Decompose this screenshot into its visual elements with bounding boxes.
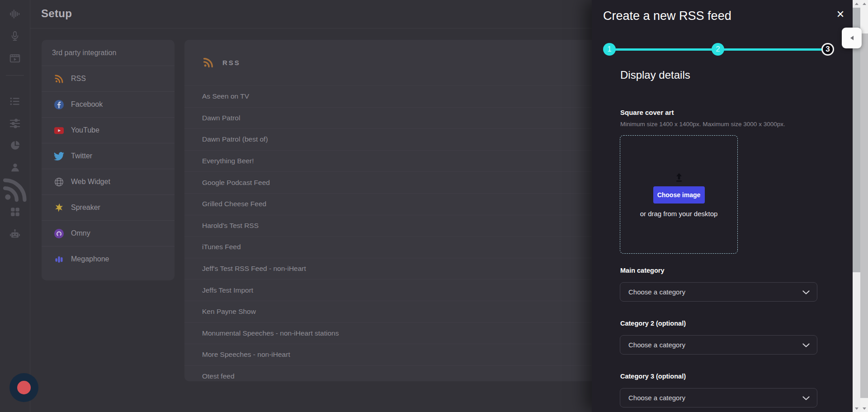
sliders-icon: [9, 118, 21, 129]
integration-label: Web Widget: [71, 178, 110, 186]
select-value: Choose a category: [628, 394, 685, 402]
star-icon: [54, 203, 64, 213]
rss-feed-title: Harold's Test RSS: [202, 222, 259, 230]
integration-item-omny[interactable]: Omny: [42, 220, 175, 246]
triangle-up-icon: [855, 3, 859, 5]
rss-feed-row-jeff-s-test-rss-feed-non-iheart[interactable]: Jeff's Test RSS Feed - non-iHeart: [184, 258, 601, 279]
integration-label: YouTube: [71, 126, 99, 134]
integration-item-twitter[interactable]: Twitter: [42, 143, 175, 169]
rail-item-rss-icon[interactable]: [0, 179, 30, 201]
rss-card-title: RSS: [222, 59, 241, 66]
select-category-3-optional[interactable]: Choose a category: [620, 388, 817, 407]
step-3-badge[interactable]: 3: [821, 43, 834, 56]
rss-feed-row-everything-beer[interactable]: Everything Beer!: [184, 150, 601, 172]
rss-feed-row-dawn-patrol-best-of[interactable]: Dawn Patrol (best of): [184, 128, 601, 150]
rss-feed-title: Dawn Patrol (best of): [202, 135, 268, 143]
record-dot-icon: [17, 381, 31, 394]
drawer-scrollbar[interactable]: [853, 0, 860, 412]
rail-item-pie-chart-icon[interactable]: [0, 134, 30, 156]
rail-item-sliders-icon[interactable]: [0, 112, 30, 134]
close-icon[interactable]: ✕: [833, 7, 848, 22]
integration-item-youtube[interactable]: YouTube: [42, 117, 175, 143]
rail-item-video-icon[interactable]: [0, 47, 30, 69]
choose-image-button[interactable]: Choose image: [653, 186, 705, 204]
step-1-badge[interactable]: 1: [603, 43, 616, 56]
rail-item-microphone-icon[interactable]: [0, 25, 30, 47]
create-rss-drawer: Create a new RSS feed ✕ 123 Display deta…: [592, 0, 853, 412]
rss-feed-title: Dawn Patrol: [202, 114, 240, 122]
rss-feed-row-more-speeches-non-iheart[interactable]: More Speeches - non-iHeart: [184, 344, 601, 365]
rss-feed-title: More Speeches - non-iHeart: [202, 350, 290, 359]
integration-item-facebook[interactable]: Facebook: [42, 91, 175, 117]
rss-card-header: RSS: [184, 40, 601, 85]
rss-feed-title: Everything Beer!: [202, 157, 254, 165]
rss-feed-row-jeffs-test-import[interactable]: Jeffs Test Import: [184, 279, 601, 301]
page-scrollbar-thumb[interactable]: [860, 33, 868, 398]
rss-feed-row-otest-feed[interactable]: Otest feed: [184, 365, 601, 381]
rss-feed-row-dawn-patrol[interactable]: Dawn Patrol: [184, 107, 601, 129]
megaphone-icon: [54, 254, 64, 265]
select-value: Choose a category: [628, 288, 685, 296]
select-main-category[interactable]: Choose a category: [620, 282, 817, 302]
integration-list: RSSFacebookYouTubeTwitterWeb WidgetSprea…: [42, 66, 175, 272]
integration-label: RSS: [71, 75, 86, 83]
user-icon: [9, 162, 21, 173]
rss-feed-list: As Seen on TVDawn PatrolDawn Patrol (bes…: [184, 85, 601, 381]
rss-feed-title: Monumental Speeches - non-iHeart station…: [202, 329, 339, 337]
twitter-icon: [54, 151, 64, 161]
cover-art-dropzone[interactable]: Choose image or drag from your desktop: [620, 135, 738, 254]
rss-feed-title: Grilled Cheese Feed: [202, 200, 266, 208]
integration-label: Spreaker: [71, 204, 100, 212]
rail-group-top: [0, 3, 30, 69]
rss-icon: [54, 74, 64, 84]
rss-feed-row-as-seen-on-tv[interactable]: As Seen on TV: [184, 85, 601, 107]
launcher-button[interactable]: [9, 373, 38, 402]
rss-feed-row-google-podcast-feed[interactable]: Google Podcast Feed: [184, 171, 601, 193]
page-scrollbar[interactable]: [860, 0, 868, 412]
integration-item-rss[interactable]: RSS: [42, 66, 175, 91]
rail-item-playlist-icon[interactable]: [0, 90, 30, 112]
chevron-down-icon: [802, 343, 810, 347]
drawer-scroll-down-button[interactable]: [853, 405, 860, 412]
select-category-2-optional[interactable]: Choose a category: [620, 335, 817, 355]
integration-item-megaphone[interactable]: Megaphone: [42, 246, 175, 272]
rail-item-waveform-icon[interactable]: [0, 3, 30, 25]
triangle-down-icon: [855, 407, 859, 410]
video-icon: [9, 52, 21, 64]
rail-item-robot-icon[interactable]: [0, 223, 30, 245]
sidebar-rail: [0, 0, 30, 412]
drawer-collapse-handle[interactable]: [842, 28, 862, 48]
pie-chart-icon: [9, 140, 21, 151]
rss-feed-row-grilled-cheese-feed[interactable]: Grilled Cheese Feed: [184, 193, 601, 215]
select-value: Choose a category: [628, 341, 685, 349]
page-scroll-down-button[interactable]: [860, 405, 868, 412]
cover-art-hint: Minimum size 1400 x 1400px. Maximum size…: [620, 121, 785, 128]
rss-feed-title: Jeff's Test RSS Feed - non-iHeart: [202, 265, 306, 273]
drawer-scroll-up-button[interactable]: [853, 0, 860, 7]
rss-feed-title: Google Podcast Feed: [202, 179, 270, 187]
integration-label: Megaphone: [71, 255, 109, 263]
robot-icon: [9, 228, 21, 240]
upload-icon: [673, 172, 685, 184]
cover-art-label: Square cover art: [620, 109, 674, 116]
rss-feed-row-harold-s-test-rss[interactable]: Harold's Test RSS: [184, 215, 601, 237]
rss-feed-row-itunes-feed[interactable]: iTunes Feed: [184, 236, 601, 258]
omny-icon: [54, 228, 64, 239]
step-2-badge[interactable]: 2: [712, 43, 724, 56]
rss-feed-row-monumental-speeches-non-iheart-stations[interactable]: Monumental Speeches - non-iHeart station…: [184, 322, 601, 344]
waveform-icon: [9, 8, 21, 20]
page-title: Setup: [41, 7, 72, 20]
page-scroll-up-button[interactable]: [860, 0, 868, 7]
rss-feed-title: Jeffs Test Import: [202, 286, 253, 294]
drag-hint: or drag from your desktop: [640, 210, 718, 218]
triangle-down-icon: [863, 407, 866, 410]
rss-icon: [202, 57, 214, 69]
integration-label: Twitter: [71, 152, 92, 160]
field-label-main-category: Main category: [620, 267, 665, 274]
integration-item-spreaker[interactable]: Spreaker: [42, 194, 175, 220]
integration-label: Omny: [71, 229, 90, 237]
integration-item-web-widget[interactable]: Web Widget: [42, 169, 175, 194]
rss-feed-row-ken-payne-show[interactable]: Ken Payne Show: [184, 301, 601, 322]
grid-icon: [9, 206, 21, 218]
rss-feed-title: Ken Payne Show: [202, 308, 256, 316]
